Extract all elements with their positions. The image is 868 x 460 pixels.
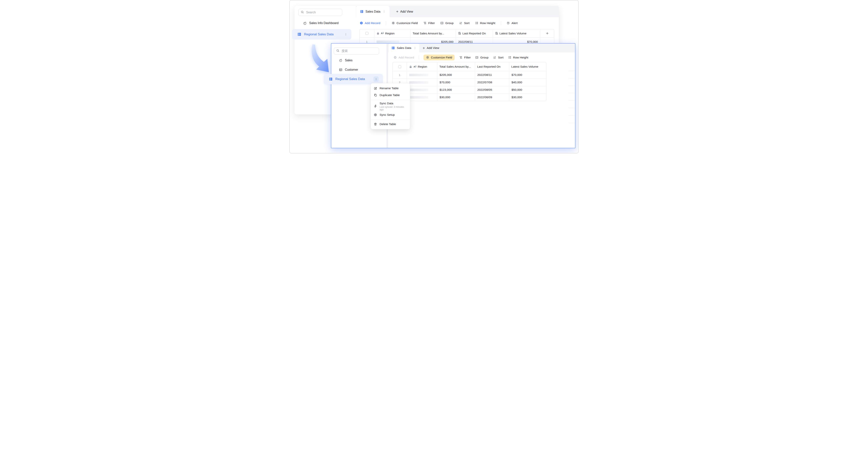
toolbar-button-row-height[interactable]: Row Height — [475, 21, 495, 25]
toolbar-button-alert[interactable]: Alert — [506, 21, 518, 25]
menu-item-sync-setup[interactable]: Sync Setup — [371, 111, 410, 118]
svg-text:Z: Z — [495, 57, 496, 59]
gridline-fragment — [568, 108, 575, 108]
table-context-menu: Rename TableDuplicate TableSync DataLast… — [371, 83, 410, 129]
tab-sales-data[interactable]: Sales Data — [356, 6, 390, 17]
menu-item-rename-table[interactable]: Rename Table — [371, 85, 410, 92]
search-box[interactable] — [298, 9, 342, 16]
dashboard-icon — [339, 59, 342, 62]
toolbar-button-sort[interactable]: AZSort — [459, 21, 469, 25]
row-height-icon — [475, 21, 478, 25]
sort-icon: AZ — [459, 21, 462, 25]
toolbar-button-sort[interactable]: AZSort — [493, 56, 503, 59]
rename-icon — [374, 87, 377, 90]
redacted-placeholder — [377, 40, 399, 43]
menu-item-sync-data[interactable]: Sync DataLast synced: 3 minutes ago — [371, 101, 410, 111]
sidebar-item-label: Customer — [345, 68, 358, 71]
sync-bolt-icon — [374, 105, 377, 108]
svg-text:A: A — [381, 32, 382, 34]
row-number: 1 — [366, 40, 368, 44]
cell-latest-sales-volume: $50,000 — [509, 86, 547, 93]
cell-value: 2022/07/08 — [477, 81, 492, 84]
menu-item-label: Duplicate Table — [380, 93, 400, 97]
table-icon — [360, 10, 364, 13]
menu-item-label: Delete Table — [380, 122, 396, 126]
select-all-checkbox-cell — [393, 62, 407, 71]
add-column-button[interactable] — [540, 29, 554, 37]
add-view-label: Add View — [427, 46, 439, 50]
cell-latest-sales-volume: $30,000 — [509, 94, 547, 101]
svg-text:A: A — [413, 65, 415, 68]
lookup-icon — [458, 32, 461, 35]
column-header-region[interactable]: ARegion — [407, 62, 437, 71]
column-header-label: Latest Sales Volume — [511, 65, 538, 68]
cell-last-reported-on: 2022/06/09 — [475, 94, 509, 101]
toolbar-button-group[interactable]: Group — [440, 21, 454, 25]
toolbar-button-label: Filter — [464, 56, 471, 59]
toolbar-button-label: Alert — [512, 21, 518, 25]
search-box[interactable] — [334, 47, 379, 55]
sidebar-item-customer[interactable]: Customer — [339, 67, 358, 72]
lock-icon — [376, 32, 380, 35]
column-header-last-reported-on[interactable]: Last Reported On — [456, 29, 493, 37]
search-input[interactable] — [341, 49, 377, 53]
search-input[interactable] — [306, 10, 340, 14]
lookup-icon — [495, 32, 498, 35]
sidebar-item-regional-sales-data[interactable]: Regional Sales Data — [324, 74, 383, 84]
toolbar-button-filter[interactable]: Filter — [459, 56, 471, 59]
overlay-window: SalesCustomer Sales Data Add View Add Re… — [331, 43, 576, 148]
sidebar-item-sales[interactable]: Sales — [339, 58, 352, 63]
table-row[interactable]: 3$123,0002022/08/05$50,000 — [393, 86, 546, 93]
cell-value: 2022/08/05 — [477, 88, 492, 91]
table-row[interactable]: 4$30,0002022/06/09$30,000 — [393, 93, 546, 101]
column-header-label: Total Sales Amount by... — [413, 32, 444, 35]
toolbar-button-add-record[interactable]: Add Record — [360, 21, 380, 25]
toolbar-button-row-height[interactable]: Row Height — [508, 56, 528, 59]
kebab-menu-icon[interactable] — [413, 47, 416, 50]
sidebar-item-label: Sales — [345, 59, 352, 62]
sidebar-item-sales-info-dashboard[interactable]: Sales Info Dashboard — [303, 21, 339, 26]
kebab-menu-icon[interactable] — [383, 10, 385, 13]
add-view-button[interactable]: Add View — [396, 6, 413, 17]
kebab-menu-icon[interactable] — [344, 33, 347, 36]
checkbox[interactable] — [366, 32, 368, 35]
column-header-latest-sales-volume[interactable]: Latest Sales Volume — [493, 29, 540, 37]
sidebar-item-regional-sales-data[interactable]: Regional Sales Data — [292, 29, 351, 39]
toolbar-button-customize-field[interactable]: Customize Field — [392, 21, 418, 25]
menu-item-duplicate-table[interactable]: Duplicate Table — [371, 92, 410, 98]
tab-sales-data[interactable]: Sales Data — [389, 44, 419, 52]
kebab-menu-button[interactable] — [373, 77, 379, 82]
column-header-latest-sales-volume[interactable]: Latest Sales Volume — [509, 62, 547, 71]
toolbar-button-label: Group — [480, 56, 488, 59]
view-tab-strip: Sales Data Add View — [356, 6, 559, 17]
page-frame: Sales Info Dashboard Sales Data Add View… — [289, 0, 579, 153]
checkbox[interactable] — [398, 65, 401, 68]
cell-value: $40,000 — [512, 81, 522, 84]
menu-item-label: Sync Data — [380, 102, 407, 105]
plus-circle-icon — [360, 21, 363, 25]
cell-value: 2022/06/09 — [477, 95, 492, 99]
column-header-total-sales-amount-by[interactable]: Total Sales Amount by... — [410, 29, 456, 37]
text-field-sync-icon: A — [413, 65, 416, 68]
plus-icon — [422, 47, 425, 50]
toolbar-button-label: Row Height — [513, 56, 528, 59]
column-header-label: Region — [385, 32, 395, 35]
table-row[interactable]: 2$70,0002022/07/08$40,000 — [393, 79, 546, 86]
column-header-label: Region — [418, 65, 427, 68]
toolbar-button-group[interactable]: Group — [475, 56, 488, 59]
menu-item-delete-table[interactable]: Delete Table — [371, 121, 410, 127]
table-row[interactable]: 1$205,0002022/08/11$70,000 — [393, 71, 546, 79]
menu-item-sublabel: Last synced: 3 minutes ago — [380, 106, 407, 111]
search-icon — [336, 49, 340, 53]
toolbar-button-filter[interactable]: Filter — [423, 21, 435, 25]
cell-last-reported-on: 2022/08/05 — [475, 86, 509, 93]
row-height-icon — [508, 56, 511, 59]
group-icon — [440, 21, 443, 25]
column-header-last-reported-on[interactable]: Last Reported On — [475, 62, 509, 71]
column-header-region[interactable]: ARegion — [374, 29, 410, 37]
add-view-button[interactable]: Add View — [422, 44, 439, 52]
cell-value: $205,000 — [439, 73, 452, 77]
toolbar-button-customize-field[interactable]: Customize Field — [424, 55, 455, 60]
row-number: 1 — [399, 74, 400, 77]
column-header-total-sales-amount-by[interactable]: Total Sales Amount by... — [437, 62, 475, 71]
